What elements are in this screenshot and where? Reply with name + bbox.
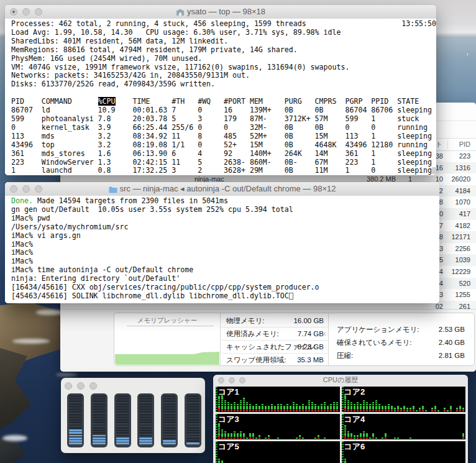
user-pip — [347, 433, 349, 434]
histogram-column — [237, 403, 239, 411]
histogram-column — [268, 405, 270, 411]
system-pip — [344, 435, 346, 436]
user-pip — [246, 404, 248, 405]
meter-segment — [163, 427, 176, 429]
system-pip — [363, 438, 365, 439]
zoom-button[interactable] — [89, 382, 97, 390]
system-pip — [234, 438, 236, 439]
system-pip — [336, 410, 338, 411]
system-pip — [378, 410, 380, 411]
cpu-history-core-panel: コア1 — [216, 387, 340, 412]
histogram-column — [259, 435, 260, 439]
user-pip — [265, 408, 267, 409]
system-pip — [318, 410, 319, 411]
user-pip — [221, 408, 223, 409]
memory-stat-row: 使用済みメモリ:7.74 GB — [221, 328, 328, 341]
histogram-column — [240, 431, 242, 439]
meter-segment — [69, 427, 82, 429]
meter-segment — [186, 421, 199, 423]
terminal-line: [16434/45616] CXX obj/services/tracing/p… — [11, 283, 439, 292]
user-pip — [366, 435, 368, 436]
user-pip — [447, 410, 449, 411]
user-pip — [321, 406, 323, 407]
system-pip — [227, 410, 229, 411]
user-pip — [360, 408, 362, 409]
user-pip — [221, 429, 223, 431]
titlebar[interactable]: CPUの履歴 — [213, 375, 468, 385]
user-pip — [299, 408, 301, 409]
meter-segment — [116, 395, 129, 397]
system-pip — [321, 410, 323, 411]
user-pip — [240, 433, 242, 434]
process-header-line: PID COMMAND %CPU TIME #TH #WQ #PORT MEM … — [11, 98, 436, 106]
user-pip — [397, 438, 399, 439]
user-pip — [259, 435, 260, 436]
histogram-column — [243, 398, 245, 411]
meter-segment — [69, 435, 82, 437]
titlebar[interactable]: src — ninja-mac ◂ autoninja -C out/Defau… — [5, 182, 439, 196]
histogram-column — [249, 433, 251, 439]
user-pip — [240, 400, 242, 401]
history-left-edge — [216, 441, 217, 463]
system-pip — [385, 410, 387, 411]
user-pip — [333, 408, 335, 409]
desktop-icon-label-fragment: r — [467, 52, 469, 58]
memory-stat-row: 圧縮:2.81 GB — [329, 349, 471, 362]
user-pip — [385, 433, 387, 434]
process-pid: 12171 — [444, 231, 470, 243]
terminal-line: [45463/45616] SOLINK libchrome_dll.dylib… — [11, 292, 439, 301]
system-pip — [314, 410, 316, 411]
window-controls[interactable] — [65, 382, 97, 390]
terminal-content[interactable]: Processes: 462 total, 2 running, 4 stuck… — [5, 19, 436, 175]
histogram-column — [224, 400, 226, 411]
histogram-column — [357, 401, 359, 411]
system-pip — [450, 410, 452, 411]
meter-segment — [69, 406, 82, 408]
process-row: 0 kernel_task 3.9 66:25.44 255/6 0 0 32M… — [11, 124, 436, 132]
cpu-core-meter — [137, 393, 154, 447]
user-pip — [265, 438, 267, 439]
terminal-line: iMac% — [11, 241, 439, 249]
user-pip — [218, 459, 220, 460]
user-pip — [246, 406, 248, 407]
histogram-column — [347, 431, 349, 439]
user-pip — [305, 408, 307, 409]
user-pip — [293, 408, 295, 409]
system-pip — [344, 408, 346, 409]
close-button[interactable] — [65, 382, 72, 390]
user-pip — [280, 406, 282, 407]
histogram-column — [347, 400, 349, 411]
user-pip — [308, 404, 310, 405]
user-pip — [382, 438, 383, 439]
terminal-window-build[interactable]: src — ninja-mac ◂ autoninja -C out/Defau… — [5, 182, 439, 303]
minimize-button[interactable] — [77, 382, 85, 390]
cpu-meters-window[interactable] — [61, 378, 205, 453]
user-pip — [231, 435, 232, 436]
cpu-history-grid: コア1コア2コア3コア4コア5コア6 — [216, 387, 465, 463]
user-pip — [224, 400, 226, 401]
titlebar[interactable]: ysato — top — 98×18 — [5, 5, 436, 19]
user-pip — [344, 400, 346, 401]
process-pid: 1039 — [444, 254, 470, 266]
process-row: 1 launchd 0.8 17:32.25 3 2 3628+ 29M 0B … — [11, 167, 436, 175]
user-pip — [231, 406, 232, 407]
histogram-column — [234, 431, 236, 439]
user-pip — [243, 400, 245, 401]
user-pip — [265, 406, 267, 407]
user-pip — [344, 428, 346, 429]
user-pip — [259, 408, 260, 409]
user-pip — [416, 410, 418, 411]
histogram-column — [375, 400, 377, 411]
memory-pressure-title: メモリプレッシャー — [114, 316, 220, 325]
cpu-history-window[interactable]: CPUの履歴 コア1コア2コア3コア4コア5コア6 — [213, 375, 468, 463]
history-left-edge — [342, 441, 344, 463]
terminal-content[interactable]: Done. Made 14594 targets from 2390 files… — [5, 196, 439, 303]
user-pip — [271, 408, 273, 409]
user-pip — [311, 408, 313, 409]
system-pip — [344, 438, 346, 439]
system-pip — [413, 410, 414, 411]
user-pip — [224, 435, 226, 436]
column-header-pid[interactable]: PID — [446, 139, 470, 150]
user-pip — [366, 408, 368, 409]
terminal-window-top[interactable]: ysato — top — 98×18 Processes: 462 total… — [5, 5, 436, 175]
